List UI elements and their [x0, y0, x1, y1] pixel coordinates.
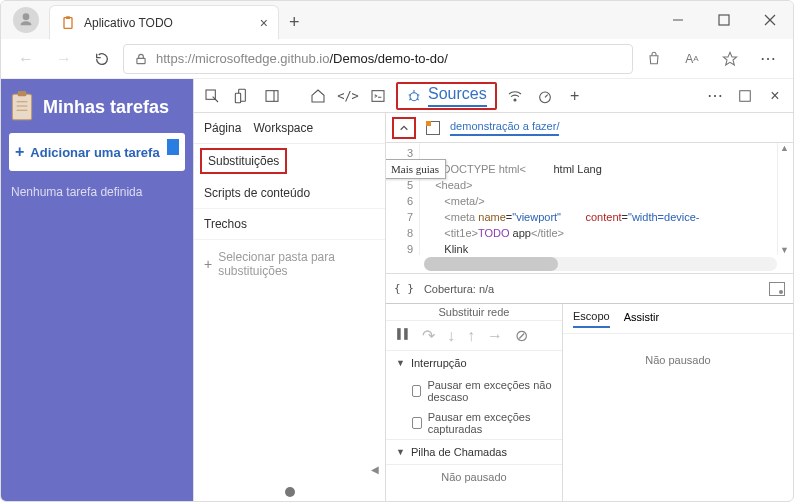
panel-icon[interactable]	[260, 84, 284, 108]
reload-button[interactable]	[85, 44, 119, 74]
svg-rect-3	[719, 15, 729, 25]
svg-rect-15	[235, 93, 240, 102]
deactivate-bp-icon[interactable]: ⊘	[515, 326, 528, 345]
bug-icon	[406, 88, 422, 104]
favorite-button[interactable]	[713, 44, 747, 74]
console-icon[interactable]	[366, 84, 390, 108]
more-tab-button[interactable]: +	[563, 84, 587, 108]
svg-rect-8	[12, 94, 31, 120]
breakpoints-section[interactable]: ▼Interrupção	[386, 351, 562, 375]
editor-status-bar: { } Cobertura: n/a	[386, 273, 793, 303]
callstack-section[interactable]: ▼Pilha de Chamadas	[386, 440, 562, 464]
clipboard-icon	[60, 15, 76, 31]
subst-net-label: Substituir rede	[386, 304, 562, 321]
no-tasks-label: Nenhuma tarefa definida	[9, 181, 185, 203]
scope-not-paused: Não pausado	[563, 334, 793, 502]
step-icon[interactable]: →	[487, 327, 503, 345]
pretty-print-icon[interactable]: { }	[394, 282, 414, 295]
dt-close-icon[interactable]: ×	[763, 84, 787, 108]
svg-marker-7	[723, 52, 736, 65]
select-folder-label: Selecionar pasta para substituições	[218, 250, 375, 278]
svg-rect-9	[18, 91, 27, 96]
svg-point-26	[514, 99, 516, 101]
url-input[interactable]: https://microsoftedge.github.io/Demos/de…	[123, 44, 633, 74]
inspect-icon[interactable]	[200, 84, 224, 108]
svg-rect-1	[66, 16, 70, 19]
more-button[interactable]: ⋯	[751, 44, 785, 74]
tab-scope[interactable]: Escopo	[573, 310, 610, 328]
tab-pagina[interactable]: Página	[204, 121, 241, 135]
svg-rect-29	[740, 90, 751, 101]
todo-app-page: Minhas tarefas + Adicionar uma tarefa Ne…	[1, 79, 193, 502]
step-over-icon[interactable]: ↷	[422, 326, 435, 345]
tab-title: Aplicativo TODO	[84, 16, 252, 30]
welcome-icon[interactable]	[306, 84, 330, 108]
add-task-label: Adicionar uma tarefa	[30, 145, 159, 160]
tab-overrides[interactable]: Substituições	[200, 148, 287, 174]
devtools-toolbar: </> Sources + ⋯ ×	[194, 79, 793, 113]
step-out-icon[interactable]: ↑	[467, 327, 475, 345]
dt-dock-icon[interactable]	[733, 84, 757, 108]
debugger-toolbar: ↷ ↓ ↑ → ⊘	[386, 321, 562, 351]
select-folder-button[interactable]: + Selecionar pasta para substituições	[194, 240, 385, 288]
network-icon[interactable]	[503, 84, 527, 108]
svg-line-28	[545, 94, 548, 97]
maximize-button[interactable]	[701, 1, 747, 39]
svg-rect-30	[397, 328, 401, 340]
page-icon[interactable]	[426, 121, 440, 135]
more-tabs-button[interactable]	[392, 117, 416, 139]
pause-icon[interactable]	[396, 327, 410, 345]
chevron-left-icon[interactable]: ◀	[371, 464, 379, 475]
file-tab[interactable]: demonstração a fazer/	[450, 120, 559, 136]
horizontal-scrollbar[interactable]	[424, 257, 777, 271]
device-icon[interactable]	[230, 84, 254, 108]
profile-avatar[interactable]	[13, 7, 39, 33]
devtools-panel: </> Sources + ⋯ × Página Workspace	[193, 79, 793, 502]
tab-close-icon[interactable]: ×	[260, 15, 268, 31]
drag-handle-icon[interactable]	[285, 487, 295, 497]
performance-icon[interactable]	[533, 84, 557, 108]
svg-rect-16	[266, 90, 278, 101]
svg-rect-0	[64, 17, 72, 28]
text-size-button[interactable]: AA	[675, 44, 709, 74]
forward-button[interactable]: →	[47, 44, 81, 74]
pause-caught-checkbox[interactable]: Pausar em exceções capturadas	[386, 407, 562, 439]
pause-uncaught-checkbox[interactable]: Pausar em exceções não descaso	[386, 375, 562, 407]
svg-line-22	[409, 94, 411, 95]
sources-nav-pane: Página Workspace Substituições Scripts d…	[194, 113, 386, 502]
window-controls	[655, 1, 793, 39]
tab-watch[interactable]: Assistir	[624, 311, 659, 327]
close-button[interactable]	[747, 1, 793, 39]
svg-rect-6	[137, 58, 145, 63]
tab-content-scripts[interactable]: Scripts de conteúdo	[194, 178, 385, 209]
coverage-label: Cobertura: n/a	[424, 283, 494, 295]
lock-icon	[134, 52, 148, 66]
back-button[interactable]: ←	[9, 44, 43, 74]
app-title-text: Minhas tarefas	[43, 97, 169, 118]
svg-point-20	[410, 92, 418, 100]
image-icon[interactable]	[769, 282, 785, 296]
tab-sources[interactable]: Sources	[396, 82, 497, 110]
not-paused-label: Não pausado	[386, 465, 562, 489]
svg-rect-31	[404, 328, 408, 340]
page-title: Minhas tarefas	[9, 91, 185, 123]
tab-snippets[interactable]: Trechos	[194, 209, 385, 240]
step-into-icon[interactable]: ↓	[447, 327, 455, 345]
dt-more-icon[interactable]: ⋯	[703, 84, 727, 108]
shopping-icon[interactable]	[637, 44, 671, 74]
new-tab-button[interactable]: +	[279, 12, 310, 33]
svg-line-23	[417, 94, 419, 95]
address-bar: ← → https://microsoftedge.github.io/Demo…	[1, 39, 793, 79]
tab-workspace[interactable]: Workspace	[253, 121, 313, 135]
code-editor[interactable]: Mais guias 345678910 K ! DOCTYPE html< h…	[386, 143, 793, 255]
minimize-button[interactable]	[655, 1, 701, 39]
elements-icon[interactable]: </>	[336, 84, 360, 108]
vertical-scrollbar[interactable]	[777, 143, 793, 255]
mais-guias-tooltip: Mais guias	[386, 159, 446, 179]
add-task-button[interactable]: + Adicionar uma tarefa	[9, 133, 185, 171]
url-host: https://microsoftedge.github.io	[156, 51, 329, 66]
code-content: K ! DOCTYPE html< html Lang <head> <meta…	[420, 143, 777, 255]
text-cursor-icon	[167, 139, 179, 155]
sources-label: Sources	[428, 85, 487, 107]
browser-tab[interactable]: Aplicativo TODO ×	[49, 5, 279, 39]
